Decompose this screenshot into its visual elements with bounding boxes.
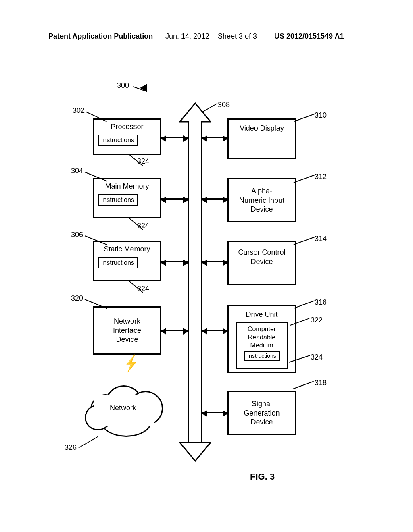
block-signal-gen: Signal Generation Device — [227, 391, 296, 435]
bus-arrow-down — [179, 442, 211, 462]
label-network: Network — [85, 404, 161, 412]
arrowhead-300 — [140, 84, 150, 94]
ref-306: 306 — [71, 231, 83, 239]
connector-main-memory — [161, 198, 188, 200]
bus-arrow-up — [179, 102, 211, 123]
ref-310: 310 — [315, 111, 327, 120]
ref-320: 320 — [71, 294, 83, 303]
ref-300: 300 — [117, 81, 129, 90]
block-main-memory: Main Memory Instructions — [93, 178, 161, 218]
svg-marker-1 — [180, 443, 211, 461]
connector-static-memory — [161, 261, 188, 262]
label-alpha-input: Alpha- Numeric Input Device — [239, 187, 284, 214]
block-cursor-control: Cursor Control Device — [227, 241, 296, 285]
ref-322: 322 — [311, 316, 323, 324]
header-rule — [44, 44, 369, 44]
connector-video — [202, 137, 227, 138]
label-signal-gen: Signal Generation Device — [244, 399, 280, 427]
leader-326 — [79, 436, 98, 448]
lightning-icon: ⚡ — [124, 354, 138, 373]
ref-326: 326 — [65, 443, 77, 452]
bus-body — [188, 121, 202, 443]
header-date: Jun. 14, 2012 — [165, 32, 209, 41]
connector-nic — [161, 330, 188, 331]
label-crm: Computer Readable Medium — [248, 323, 276, 349]
leader-314 — [294, 237, 315, 245]
leader-316 — [294, 300, 315, 309]
connector-alpha — [202, 198, 227, 200]
block-static-memory: Static Memory Instructions — [93, 241, 161, 281]
ref-304: 304 — [71, 167, 83, 175]
ref-312: 312 — [315, 172, 327, 181]
connector-processor — [161, 137, 188, 138]
label-cursor-control: Cursor Control Device — [238, 245, 285, 266]
header-docno: US 2012/0151549 A1 — [274, 32, 344, 41]
connector-drive — [202, 330, 227, 331]
leader-318 — [293, 381, 314, 389]
ref-308: 308 — [218, 101, 230, 109]
ref-302: 302 — [73, 106, 85, 115]
ref-318: 318 — [315, 379, 327, 387]
figure-label: FIG. 3 — [250, 472, 275, 482]
ref-316: 316 — [315, 298, 327, 307]
leader-310 — [294, 113, 315, 122]
header-sheet: Sheet 3 of 3 — [218, 32, 257, 41]
label-processor: Processor — [111, 120, 143, 131]
crm-instructions: Instructions — [244, 351, 280, 362]
connector-signal — [202, 412, 227, 413]
page: Patent Application Publication Jun. 14, … — [0, 0, 413, 532]
static-memory-instructions: Instructions — [98, 257, 138, 268]
main-memory-instructions: Instructions — [98, 194, 138, 206]
ref-324a: 324 — [137, 157, 149, 166]
connector-cursor — [202, 261, 227, 262]
block-drive-unit: Drive Unit Computer Readable Medium Inst… — [227, 305, 296, 373]
leader-312 — [294, 175, 315, 183]
block-nic: Network Interface Device — [93, 306, 161, 355]
ref-314: 314 — [315, 235, 327, 243]
label-static-memory: Static Memory — [104, 242, 150, 254]
processor-instructions: Instructions — [98, 135, 138, 146]
label-main-memory: Main Memory — [105, 179, 149, 191]
svg-marker-0 — [180, 103, 211, 122]
label-video-display: Video Display — [240, 121, 284, 133]
label-drive-unit: Drive Unit — [246, 308, 277, 319]
cloud-network: Network — [85, 383, 161, 435]
block-processor: Processor Instructions — [93, 118, 161, 155]
block-crm: Computer Readable Medium Instructions — [236, 322, 288, 369]
block-alpha-input: Alpha- Numeric Input Device — [227, 178, 296, 222]
block-video-display: Video Display — [227, 118, 296, 159]
header-publication: Patent Application Publication — [48, 32, 153, 41]
ref-324d: 324 — [311, 353, 323, 362]
label-nic: Network Interface Device — [113, 317, 141, 344]
